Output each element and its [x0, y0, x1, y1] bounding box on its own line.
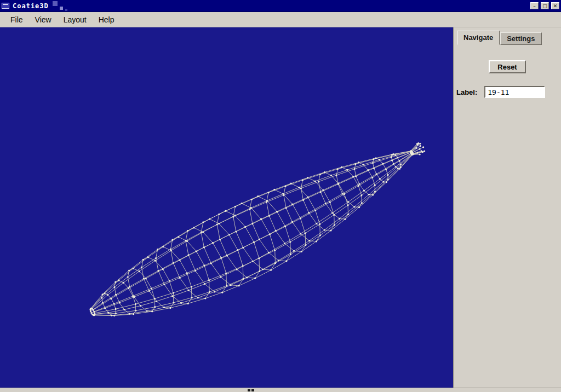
window-menu-icon[interactable] [2, 3, 9, 9]
menu-help[interactable]: Help [93, 13, 121, 27]
viewport-3d [0, 27, 453, 388]
menu-view[interactable]: View [29, 13, 58, 27]
titlebar-pixel-artifact [60, 7, 63, 10]
reset-button[interactable]: Reset [489, 60, 526, 73]
label-input[interactable] [484, 86, 545, 98]
minimize-button[interactable]: – [530, 2, 539, 9]
viewport-canvas[interactable] [0, 27, 453, 388]
navigate-panel: Reset Label: [454, 60, 561, 98]
titlebar-pixel-artifact [65, 9, 67, 11]
main-content: Navigate Settings Reset Label: [0, 27, 561, 388]
app-window: Coatie3D – □ ✕ File View Layout Help Nav… [0, 0, 561, 392]
titlebar-pixel-artifact [53, 1, 58, 6]
resize-tick [251, 389, 254, 391]
tab-settings[interactable]: Settings [500, 32, 541, 45]
menu-file[interactable]: File [4, 13, 29, 27]
tab-bar: Navigate Settings [454, 27, 561, 45]
resize-tick [248, 389, 250, 391]
bottom-strip [0, 388, 561, 392]
maximize-button[interactable]: □ [541, 2, 549, 9]
tab-navigate[interactable]: Navigate [457, 31, 500, 45]
window-title: Coatie3D [13, 2, 49, 10]
titlebar[interactable]: Coatie3D – □ ✕ [0, 0, 561, 12]
label-row: Label: [454, 86, 561, 98]
close-button[interactable]: ✕ [551, 2, 559, 9]
menu-layout[interactable]: Layout [58, 13, 93, 27]
menubar: File View Layout Help [0, 12, 561, 27]
side-panel: Navigate Settings Reset Label: [453, 27, 561, 388]
label-caption: Label: [456, 88, 477, 96]
